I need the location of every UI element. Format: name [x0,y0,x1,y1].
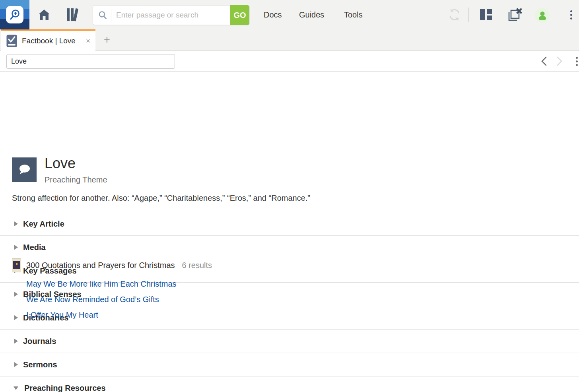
factbook-toolbar [0,51,579,72]
sermon-link[interactable]: May We Be More like Him Each Christmas [26,276,177,292]
close-all-panels-button[interactable] [506,0,523,29]
app-more-menu[interactable] [565,0,577,29]
resource-result-count: 6 results [182,261,212,270]
command-search-input[interactable] [116,11,228,19]
theme-description: Strong affection for another. Also: “Aga… [12,194,310,203]
disclosure-triangle-icon [14,339,18,343]
section-label: Sermons [23,360,57,369]
preaching-theme-icon [12,157,37,182]
disclosure-triangle-icon [14,292,18,297]
disclosure-triangle-icon [14,315,18,320]
sync-button[interactable] [446,0,463,29]
resource-links: May We Be More like Him Each ChristmasWe… [26,276,177,323]
page-subtitle: Preaching Theme [45,175,107,184]
disclosure-triangle-icon [14,245,18,250]
home-icon [38,9,51,21]
section-label: Preaching Resources [24,384,106,392]
toolbar-divider-2 [468,8,469,22]
kebab-icon [570,10,572,19]
search-icon [98,11,107,19]
magnifier-cross-icon [9,9,21,21]
kebab-icon [576,57,578,66]
app-window: GO Docs Guides Tools [0,0,579,392]
menu-docs[interactable]: Docs [264,0,282,29]
page-title: Love [45,155,76,172]
menu-guides[interactable]: Guides [299,0,324,29]
sermon-link[interactable]: I Offer You My Heart [26,307,177,323]
forward-button[interactable] [554,56,565,66]
tab-bar: Factbook | Love × + [0,29,579,51]
tab-factbook-love[interactable]: Factbook | Love × [1,29,95,51]
section-row-media[interactable]: Media [0,235,579,259]
back-button[interactable] [539,56,549,66]
layout-icon [479,9,493,21]
section-row-journals[interactable]: Journals [0,329,579,353]
tab-title: Factbook | Love [22,37,76,45]
disclosure-triangle-icon [14,221,18,226]
panel-menu-button[interactable] [571,56,579,66]
resource-row: 300 Quotations and Prayers for Christmas… [12,258,212,272]
section-label: Media [23,243,46,252]
close-all-panels-icon [507,8,523,22]
new-tab-button[interactable]: + [100,29,114,51]
logos-app-logo[interactable] [0,0,29,29]
library-books-icon [64,8,80,21]
disclosure-triangle-icon [14,362,18,367]
search-divider [111,9,111,21]
disclosure-triangle-icon [14,386,18,390]
home-button[interactable] [37,0,52,29]
section-label: Journals [23,337,56,346]
layouts-button[interactable] [478,0,494,29]
factbook-icon [6,35,17,47]
go-button[interactable]: GO [230,5,249,25]
resource-title[interactable]: 300 Quotations and Prayers for Christmas [26,261,175,270]
library-button[interactable] [64,0,81,29]
command-search-box[interactable]: GO [93,5,250,25]
logos-logo-icon [6,6,23,23]
menu-tools[interactable]: Tools [344,0,363,29]
chevron-left-icon [541,56,547,66]
sync-icon [447,7,462,22]
factbook-content: Love Preaching Theme Strong affection fo… [0,72,579,392]
speech-bubble-icon [17,163,32,177]
tab-close-icon[interactable]: × [85,36,91,46]
section-row-sermons[interactable]: Sermons [0,353,579,376]
top-toolbar: GO Docs Guides Tools [0,0,579,29]
sermon-link[interactable]: We Are Now Reminded of God’s Gifts [26,292,177,307]
chevron-right-icon [556,56,563,66]
section-label: Key Article [23,219,64,229]
factbook-search-input[interactable] [6,54,175,69]
section-row-key-article[interactable]: Key Article [0,212,579,235]
account-avatar[interactable] [535,8,550,23]
book-cover-ornament [16,263,17,265]
toolbar-divider [384,8,384,22]
person-icon [538,11,547,20]
book-cover-thumbnail[interactable] [12,258,21,272]
section-row-preaching-resources[interactable]: Preaching Resources [0,376,579,392]
